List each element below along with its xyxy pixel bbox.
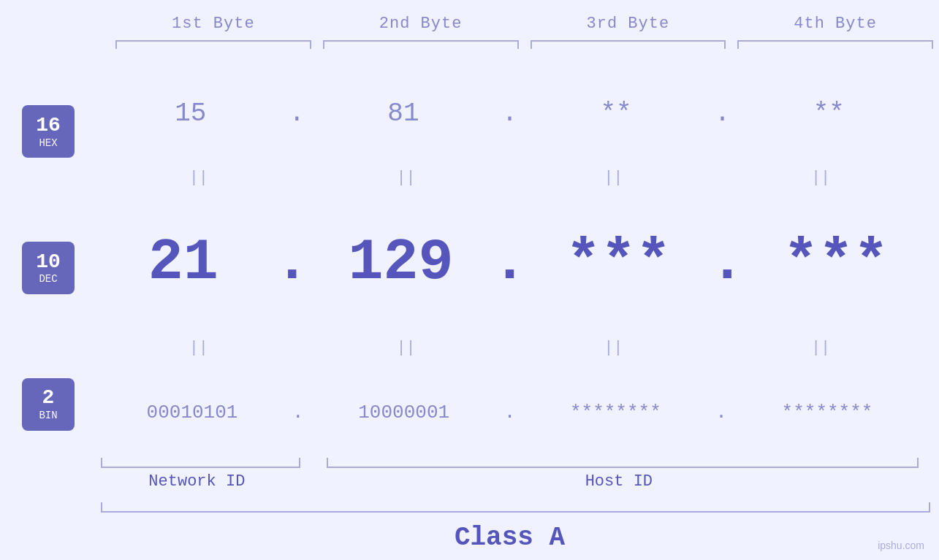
dec-badge: 10 DEC — [22, 242, 75, 294]
id-labels: Network ID Host ID — [95, 472, 924, 491]
sep2-b2: || — [303, 339, 510, 357]
sep1-b4: || — [717, 169, 924, 187]
bracket-2 — [323, 40, 519, 49]
bin-dot3: . — [712, 402, 730, 423]
sep2-b3: || — [510, 339, 718, 357]
byte2-header: 2nd Byte — [317, 15, 525, 33]
hex-row: 15 . 81 . ** . ** — [95, 64, 924, 156]
host-id-label: Host ID — [313, 472, 924, 491]
hex-b3: ** — [520, 99, 712, 129]
bottom-brackets — [95, 458, 924, 468]
dec-row: 21 . 129 . *** . *** — [95, 199, 924, 326]
bin-b1: 00010101 — [95, 402, 289, 423]
byte3-header: 3rd Byte — [525, 15, 732, 33]
hex-badge-num: 16 — [36, 115, 61, 137]
bottom-bracket-host — [327, 458, 919, 468]
bin-b4: ******** — [730, 402, 924, 423]
bracket-1 — [115, 40, 311, 49]
bottom-bracket-network — [101, 458, 300, 468]
sep1-b3: || — [510, 169, 718, 187]
hex-dot1: . — [286, 99, 308, 129]
hex-dot2: . — [499, 99, 521, 129]
dec-dot3: . — [707, 229, 748, 296]
bin-badge-label: BIN — [39, 410, 57, 421]
dec-b2: 129 — [313, 229, 490, 296]
sep-row-2: || || || || — [95, 327, 924, 369]
network-id-label: Network ID — [95, 472, 299, 491]
dec-b3: *** — [531, 229, 707, 296]
sep2-b1: || — [95, 339, 303, 357]
class-label: Class A — [95, 523, 924, 553]
class-bracket — [101, 502, 930, 513]
hex-badge: 16 HEX — [22, 105, 75, 158]
bin-badge-num: 2 — [42, 387, 55, 410]
hex-b1: 15 — [95, 99, 286, 129]
dec-dot2: . — [489, 229, 530, 296]
bracket-3 — [531, 40, 726, 49]
hex-b4: ** — [733, 99, 924, 129]
bin-b3: ******** — [518, 402, 712, 423]
sep-row-1: || || || || — [95, 156, 924, 199]
hex-badge-label: HEX — [39, 137, 57, 149]
bin-dot2: . — [501, 402, 519, 423]
hex-dot3: . — [712, 99, 734, 129]
hex-b2: 81 — [308, 99, 499, 129]
dec-dot1: . — [272, 229, 313, 296]
bin-badge: 2 BIN — [22, 378, 75, 431]
byte-headers: 1st Byte 2nd Byte 3rd Byte 4th Byte — [0, 15, 939, 33]
sep1-b2: || — [303, 169, 510, 187]
byte4-header: 4th Byte — [731, 15, 939, 33]
bin-row: 00010101 . 10000001 . ******** . *******… — [95, 369, 924, 455]
watermark: ipshu.com — [878, 540, 924, 551]
sep2-b4: || — [717, 339, 924, 357]
label-gap — [299, 472, 313, 491]
top-brackets — [0, 40, 939, 49]
dec-b4: *** — [748, 229, 924, 296]
dec-b1: 21 — [95, 229, 272, 296]
bin-b2: 10000001 — [307, 402, 501, 423]
dec-badge-num: 10 — [36, 251, 61, 274]
byte1-header: 1st Byte — [110, 15, 317, 33]
sep1-b1: || — [95, 169, 303, 187]
badges-column: 16 HEX 10 DEC 2 BIN — [22, 64, 75, 560]
main-container: 1st Byte 2nd Byte 3rd Byte 4th Byte 16 H… — [0, 0, 939, 560]
dec-badge-label: DEC — [39, 273, 57, 285]
bin-dot1: . — [289, 402, 307, 423]
bracket-4 — [737, 40, 933, 49]
